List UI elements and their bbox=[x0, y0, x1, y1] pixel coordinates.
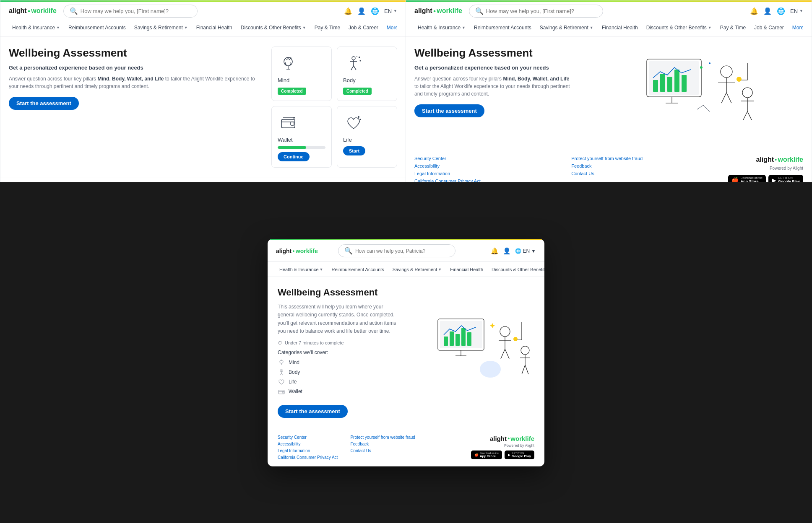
nav-link-job-1[interactable]: Job & Career bbox=[345, 20, 382, 36]
svg-point-20 bbox=[721, 66, 732, 78]
footer-feedback-2[interactable]: Feedback bbox=[571, 163, 728, 168]
hero-title-3: Wellbeing Assessment bbox=[278, 287, 417, 298]
svg-rect-15 bbox=[653, 80, 658, 92]
nav-link-pay-1[interactable]: Pay & Time bbox=[311, 20, 344, 36]
hero-desc-2: Answer question across four key pillars … bbox=[414, 75, 574, 98]
logo-worklife-2: worklife bbox=[437, 7, 462, 15]
search-input-2[interactable] bbox=[486, 8, 597, 14]
app-badges-3: 🍎 Download on the App Store ▶ GET IT ON … bbox=[471, 451, 534, 459]
footer-fraud-2[interactable]: Protect yourself from website fraud bbox=[571, 156, 728, 161]
nav-link-health-2[interactable]: Health & Insurance▼ bbox=[414, 20, 469, 36]
nav-link-discounts-3[interactable]: Discounts & Other Benefits▼ bbox=[488, 262, 544, 277]
google-play-badge-2[interactable]: ▶ GET IT ON Google Play bbox=[768, 175, 803, 182]
globe-icon-2[interactable]: 🌐 bbox=[777, 7, 785, 15]
start-assessment-btn-3[interactable]: Start the assessment bbox=[278, 405, 348, 418]
bell-icon-1[interactable]: 🔔 bbox=[344, 7, 352, 15]
lang-btn-3[interactable]: 🌐 EN ▼ bbox=[515, 248, 536, 254]
footer-privacy-3[interactable]: California Consumer Privacy Act bbox=[278, 455, 338, 460]
illustration-2 bbox=[626, 47, 760, 139]
bell-icon-3[interactable]: 🔔 bbox=[491, 247, 499, 255]
category-life-3: Life bbox=[278, 378, 417, 386]
logo-1: alight ● worklife bbox=[9, 7, 57, 15]
footer-fraud-3[interactable]: Protect yourself from website fraud bbox=[350, 435, 415, 440]
nav-icons-3: 🔔 👤 🌐 EN ▼ bbox=[491, 247, 536, 255]
logo-3: alight ● worklife bbox=[276, 248, 318, 254]
apple-icon-2: 🍎 bbox=[731, 177, 739, 183]
hero-subtitle-1: Get a personalized experience based on y… bbox=[9, 65, 263, 71]
nav-link-health-1[interactable]: Health & Insurance▼ bbox=[9, 20, 63, 36]
footer-accessibility-3[interactable]: Accessibility bbox=[278, 442, 338, 446]
nav-link-job-2[interactable]: Job & Career bbox=[751, 20, 787, 36]
left-col-3: Wellbeing Assessment This assessment wil… bbox=[278, 287, 417, 418]
user-icon-3[interactable]: 👤 bbox=[503, 247, 511, 255]
search-bar-1[interactable]: 🔍 bbox=[63, 5, 198, 18]
content-2: Wellbeing Assessment Get a personalized … bbox=[406, 36, 812, 149]
nav-icons-1: 🔔 👤 🌐 EN ▼ bbox=[344, 7, 397, 15]
nav-link-pay-2[interactable]: Pay & Time bbox=[717, 20, 749, 36]
lang-text-1: EN bbox=[384, 8, 392, 14]
nav-link-more-1[interactable]: More› bbox=[383, 20, 397, 36]
footer-feedback-3[interactable]: Feedback bbox=[350, 442, 415, 446]
nav-link-reimb-2[interactable]: Reimbursement Accounts bbox=[471, 20, 535, 36]
mind-cat-icon-3 bbox=[278, 359, 285, 366]
category-mind-3: Mind bbox=[278, 359, 417, 366]
nav-link-more-2[interactable]: More› bbox=[789, 20, 803, 36]
footer-1: Security Center alight ● worklife Protec… bbox=[0, 178, 406, 182]
globe-icon-1[interactable]: 🌐 bbox=[371, 7, 379, 15]
svg-rect-31 bbox=[444, 337, 448, 346]
footer-links-col2-2: Protect yourself from website fraud Feed… bbox=[571, 156, 728, 182]
lang-btn-2[interactable]: EN ▼ bbox=[790, 8, 803, 14]
nav-link-discounts-2[interactable]: Discounts & Other Benefits▼ bbox=[643, 20, 715, 36]
search-bar-2[interactable]: 🔍 bbox=[469, 5, 603, 18]
nav-link-savings-2[interactable]: Savings & Retirement▼ bbox=[536, 20, 597, 36]
svg-rect-32 bbox=[450, 331, 454, 346]
footer-security-3[interactable]: Security Center bbox=[278, 435, 338, 440]
svg-point-24 bbox=[709, 62, 710, 64]
footer-legal-3[interactable]: Legal Information bbox=[278, 448, 338, 453]
footer-legal-2[interactable]: Legal Information bbox=[414, 171, 571, 176]
lang-btn-1[interactable]: EN ▼ bbox=[384, 8, 397, 14]
footer-contact-3[interactable]: Contact Us bbox=[350, 448, 415, 453]
search-icon-3: 🔍 bbox=[344, 247, 353, 255]
illustration-3 bbox=[425, 311, 534, 394]
search-input-3[interactable] bbox=[355, 248, 449, 254]
footer-accessibility-2[interactable]: Accessibility bbox=[414, 163, 571, 168]
start-assessment-btn-1[interactable]: Start the assessment bbox=[9, 97, 79, 110]
logo-alight-2: alight bbox=[414, 7, 432, 15]
user-icon-2[interactable]: 👤 bbox=[763, 7, 772, 15]
start-assessment-btn-2[interactable]: Start the assessment bbox=[414, 104, 484, 117]
footer-security-2[interactable]: Security Center bbox=[414, 156, 571, 161]
nav-link-savings-3[interactable]: Savings & Retirement▼ bbox=[389, 262, 445, 277]
svg-point-21 bbox=[737, 77, 742, 82]
svg-point-3 bbox=[352, 57, 355, 60]
app-store-badge-2[interactable]: 🍎 Download on the App Store bbox=[728, 175, 766, 182]
footer-privacy-2[interactable]: California Consumer Privacy Act bbox=[414, 179, 571, 182]
nav-bar-2: alight ● worklife 🔍 🔔 👤 🌐 EN ▼ bbox=[406, 2, 812, 36]
footer-contact-2[interactable]: Contact Us bbox=[571, 171, 728, 176]
play-icon-2: ▶ bbox=[772, 177, 776, 183]
nav-link-savings-1[interactable]: Savings & Retirement▼ bbox=[131, 20, 191, 36]
svg-point-36 bbox=[513, 337, 518, 341]
nav-link-financial-1[interactable]: Financial Health bbox=[193, 20, 236, 36]
nav-link-reimb-1[interactable]: Reimbursement Accounts bbox=[65, 20, 129, 36]
screen-1: alight ● worklife 🔍 🔔 👤 🌐 EN ▼ bbox=[0, 0, 406, 182]
search-input-1[interactable] bbox=[81, 8, 191, 14]
card-life-label-1: Life bbox=[343, 137, 391, 143]
nav-link-discounts-1[interactable]: Discounts & Other Benefits▼ bbox=[237, 20, 310, 36]
chevron-lang-1: ▼ bbox=[393, 9, 397, 13]
nav-link-health-3[interactable]: Health & Insurance▼ bbox=[276, 262, 326, 277]
app-store-badge-3[interactable]: 🍎 Download on the App Store bbox=[471, 451, 502, 459]
search-icon-1: 🔍 bbox=[70, 7, 78, 15]
nav-link-financial-3[interactable]: Financial Health bbox=[447, 262, 487, 277]
life-start-btn-1[interactable]: Start bbox=[343, 146, 365, 155]
user-icon-1[interactable]: 👤 bbox=[357, 7, 366, 15]
bell-icon-2[interactable]: 🔔 bbox=[750, 7, 758, 15]
content-3: Wellbeing Assessment This assessment wil… bbox=[268, 277, 544, 428]
google-play-badge-3[interactable]: ▶ GET IT ON Google Play bbox=[505, 451, 534, 459]
nav-links-1: Health & Insurance▼ Reimbursement Accoun… bbox=[9, 20, 397, 36]
screen-3-wrapper: alight ● worklife 🔍 🔔 👤 🌐 EN ▼ bbox=[0, 182, 812, 523]
search-bar-3[interactable]: 🔍 bbox=[338, 244, 455, 257]
nav-link-reimb-3[interactable]: Reimbursement Accounts bbox=[328, 262, 387, 277]
nav-link-financial-2[interactable]: Financial Health bbox=[599, 20, 641, 36]
wallet-continue-btn-1[interactable]: Continue bbox=[278, 152, 310, 161]
